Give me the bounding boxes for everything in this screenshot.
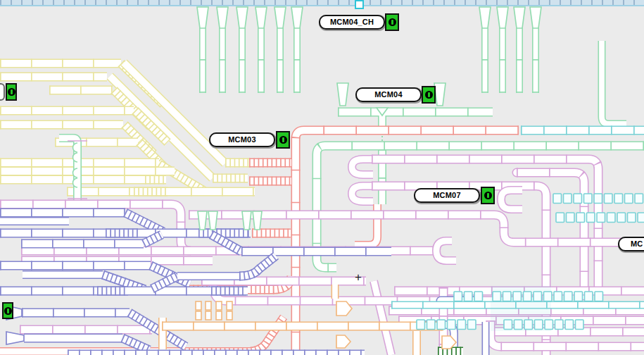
status-button-mcm07[interactable] — [481, 187, 495, 204]
tote-cell — [454, 292, 462, 301]
tote-cell — [567, 213, 575, 223]
selected-track-band[interactable] — [0, 0, 644, 6]
tote-cell — [524, 292, 532, 301]
tote-cell — [196, 301, 201, 310]
tote-cell — [474, 292, 483, 301]
tote-cell — [565, 320, 574, 330]
chute-shape — [479, 7, 491, 28]
tote-cell — [545, 320, 553, 330]
tote-cell — [638, 213, 644, 223]
tote-cell — [417, 320, 425, 330]
tote-cell — [216, 311, 222, 320]
tote-cell — [504, 320, 512, 330]
tote-cell — [554, 292, 562, 301]
power-indicator-icon — [484, 192, 492, 199]
tote-cell — [597, 213, 605, 223]
chute-shape — [242, 211, 251, 230]
tote-cell — [628, 213, 636, 223]
tote-cell — [493, 292, 501, 301]
tote-cell — [587, 213, 595, 223]
diverter-pocket — [73, 143, 78, 152]
chute-shape — [274, 7, 286, 28]
tote-cell — [206, 311, 211, 320]
chute-shape — [255, 7, 267, 28]
station-label-mcm04-ch[interactable]: MCM04_CH — [319, 15, 385, 30]
status-button-mcm04[interactable] — [422, 86, 436, 104]
station-label-right-partial[interactable]: MC — [618, 237, 644, 251]
tote-cell — [595, 292, 603, 301]
chute-shape — [197, 7, 208, 28]
tote-cell — [605, 194, 613, 204]
tote-cell — [617, 213, 626, 223]
tote-cell — [513, 292, 522, 301]
tote-cell — [514, 320, 523, 330]
station-label-mcm04[interactable]: MCM04 — [355, 87, 422, 102]
tote-cell — [468, 320, 476, 330]
diverter-pocket — [73, 168, 78, 178]
track-network-canvas — [0, 0, 644, 355]
power-indicator-icon — [389, 18, 396, 26]
chute-shape — [198, 211, 207, 230]
scada-mimic-window: MCM04_CH MCM04 MCM03 MCM07 MC + — [0, 0, 644, 355]
chute-shape — [336, 335, 351, 348]
tote-cell — [576, 213, 585, 223]
tote-cell — [625, 194, 633, 204]
diverter-pocket — [73, 153, 78, 162]
tote-cell — [227, 301, 232, 310]
station-label-mcm07[interactable]: MCM07 — [414, 188, 480, 203]
tote-cell — [503, 292, 512, 301]
tote-cell — [553, 194, 562, 204]
tote-cell — [533, 292, 542, 301]
conveyor-segment — [372, 159, 598, 290]
tote-cell — [437, 320, 446, 330]
chute-shape — [291, 7, 303, 28]
tote-cell — [564, 292, 573, 301]
tote-cell — [427, 320, 436, 330]
tote-cell — [457, 320, 466, 330]
tote-cell — [584, 194, 593, 204]
tote-cell — [206, 301, 211, 310]
chute-shape — [217, 7, 228, 28]
station-label-left-clipped[interactable] — [0, 83, 5, 101]
chute-shape — [530, 7, 541, 28]
chute-shape — [208, 211, 217, 230]
tote-cell — [465, 292, 473, 301]
chute-shape — [434, 83, 446, 106]
tote-cell — [564, 194, 572, 204]
tote-cell — [574, 194, 582, 204]
power-indicator-icon — [4, 307, 12, 315]
power-indicator-icon — [8, 88, 15, 96]
chute-shape — [497, 7, 508, 28]
status-button-mcm03[interactable] — [276, 131, 290, 149]
tote-cell — [635, 194, 643, 204]
tote-cell — [607, 213, 616, 223]
tote-cell — [544, 292, 553, 301]
station-label-mcm03[interactable]: MCM03 — [209, 132, 275, 147]
status-button-left-upper[interactable] — [6, 83, 17, 101]
chute-shape — [236, 7, 248, 28]
status-button-left-lower[interactable] — [2, 302, 13, 319]
chute-shape — [253, 211, 262, 230]
selection-handle[interactable] — [355, 0, 364, 9]
tote-cell — [216, 301, 222, 310]
status-button-mcm04-ch[interactable] — [385, 13, 399, 31]
diverter-pocket — [73, 178, 78, 187]
power-indicator-icon — [279, 136, 287, 144]
tote-cell — [555, 320, 564, 330]
tote-cell — [594, 194, 602, 204]
power-indicator-icon — [425, 91, 433, 99]
tote-cell — [614, 194, 623, 204]
tote-cell — [556, 213, 564, 223]
tote-cell — [196, 311, 201, 320]
chute-shape — [514, 7, 525, 28]
chute-shape — [337, 83, 348, 106]
tote-cell — [585, 292, 593, 301]
tote-cell — [448, 320, 456, 330]
tote-cell — [576, 320, 584, 330]
conveyor-segment — [602, 41, 626, 124]
tote-cell — [535, 320, 543, 330]
tote-cell — [524, 320, 533, 330]
crosshair-cursor: + — [355, 271, 362, 283]
tote-cell — [227, 311, 232, 320]
tote-cell — [574, 292, 583, 301]
